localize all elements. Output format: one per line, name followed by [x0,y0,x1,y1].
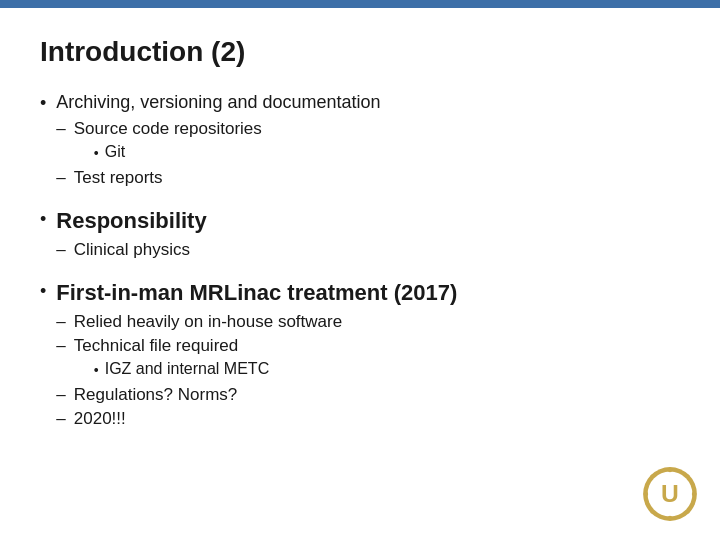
bullet-dot-1: • [40,209,46,230]
sub-label-1-0: Clinical physics [74,240,190,259]
sub-list-0: –Source code repositories•Git–Test repor… [56,119,680,188]
subsub-list-0-0: •Git [94,143,262,161]
sub-label-2-2: Regulations? Norms? [74,385,237,404]
sub-label-2-0: Relied heavily on in-house software [74,312,342,331]
svg-point-4 [668,516,672,520]
sub-item-0-1: –Test reports [56,168,680,188]
svg-point-9 [650,510,653,513]
svg-point-10 [686,510,689,513]
subsub-item-0-0-0: •Git [94,143,262,161]
sub-item-0-0: –Source code repositories•Git [56,119,680,164]
small-bullet-icon: • [94,145,99,161]
sub-label-0-1: Test reports [74,168,163,187]
sub-item-2-1: –Technical file required•IGZ and interna… [56,336,680,381]
sub-item-2-2: –Regulations? Norms? [56,385,680,405]
subsub-list-2-1: •IGZ and internal METC [94,360,269,378]
dash-icon: – [56,409,65,429]
bullet-dot-2: • [40,281,46,302]
svg-point-6 [692,492,696,496]
dash-icon: – [56,119,65,139]
svg-point-5 [644,492,648,496]
sub-list-2: –Relied heavily on in-house software–Tec… [56,312,680,429]
svg-point-7 [650,474,653,477]
top-bar [0,0,720,8]
dash-icon: – [56,168,65,188]
logo: U [642,466,698,522]
bullet-label-2: First-in-man MRLinac treatment (2017) [56,280,457,305]
bullet-label-1: Responsibility [56,208,206,233]
sub-item-2-0: –Relied heavily on in-house software [56,312,680,332]
svg-point-3 [668,468,672,472]
sub-list-1: –Clinical physics [56,240,680,260]
sub-label-2-1: Technical file required [74,336,238,355]
sub-item-2-3: –2020!!! [56,409,680,429]
svg-text:U: U [661,480,679,507]
sub-label-2-3: 2020!!! [74,409,126,428]
sub-label-0-0: Source code repositories [74,119,262,138]
main-bullet-list: •Archiving, versioning and documentation… [40,92,680,433]
bullet-item-2: •First-in-man MRLinac treatment (2017)–R… [40,280,680,433]
bullet-label-0: Archiving, versioning and documentation [56,92,380,112]
sub-item-1-0: –Clinical physics [56,240,680,260]
bullet-item-1: •Responsibility–Clinical physics [40,208,680,264]
subsub-label: IGZ and internal METC [105,360,270,378]
subsub-item-2-1-0: •IGZ and internal METC [94,360,269,378]
main-content: Introduction (2) •Archiving, versioning … [0,8,720,469]
subsub-label: Git [105,143,125,161]
svg-point-8 [686,474,689,477]
dash-icon: – [56,336,65,356]
dash-icon: – [56,385,65,405]
bullet-item-0: •Archiving, versioning and documentation… [40,92,680,192]
dash-icon: – [56,312,65,332]
bullet-dot-0: • [40,93,46,114]
small-bullet-icon: • [94,362,99,378]
page-title: Introduction (2) [40,36,680,68]
dash-icon: – [56,240,65,260]
